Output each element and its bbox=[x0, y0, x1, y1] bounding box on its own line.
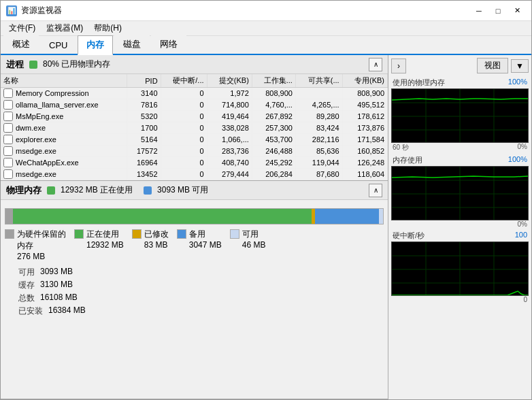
col-working-set[interactable]: 工作集... bbox=[252, 74, 295, 88]
cell-pid: 3140 bbox=[127, 88, 161, 99]
legend-text-reserved: 为硬件保留的 内存 276 MB bbox=[17, 229, 66, 261]
legend-color-reserved bbox=[5, 229, 14, 239]
cell-working-set: 453,700 bbox=[252, 134, 295, 146]
table-row: Memory Compression 3140 0 1,972 808,900 … bbox=[1, 88, 388, 99]
cell-pid: 5320 bbox=[127, 111, 161, 122]
view-button[interactable]: 视图 bbox=[477, 58, 508, 73]
legend-free: 可用 46 MB bbox=[230, 229, 266, 261]
menu-bar: 文件(F) 监视器(M) 帮助(H) bbox=[1, 21, 531, 36]
minimize-button[interactable]: ─ bbox=[470, 4, 488, 18]
cell-commit: 714,800 bbox=[207, 99, 252, 111]
cell-name: msedge.exe bbox=[1, 146, 127, 157]
close-button[interactable]: ✕ bbox=[508, 4, 526, 18]
menu-file[interactable]: 文件(F) bbox=[3, 21, 41, 35]
bar-reserved bbox=[5, 209, 13, 224]
cell-hard-faults: 0 bbox=[161, 88, 207, 99]
col-private[interactable]: 专用(KB) bbox=[342, 74, 387, 88]
table-row: dwm.exe 1700 0 338,028 257,300 83,424 17… bbox=[1, 122, 388, 134]
chart1-time: 60 秒 bbox=[393, 143, 409, 152]
row-checkbox[interactable] bbox=[3, 146, 13, 156]
cell-private: 495,512 bbox=[342, 99, 387, 111]
row-checkbox[interactable] bbox=[3, 112, 13, 121]
cell-working-set: 257,300 bbox=[252, 122, 295, 134]
chart3-title: 硬中断/秒 bbox=[393, 231, 425, 241]
chart3-min: 0 bbox=[523, 296, 527, 303]
cell-name: dwm.exe bbox=[1, 122, 127, 134]
memory-available-text: 3093 MB 可用 bbox=[157, 184, 208, 196]
cell-hard-faults: 0 bbox=[161, 122, 207, 134]
tab-cpu[interactable]: CPU bbox=[40, 37, 76, 54]
processes-status-dot bbox=[29, 61, 37, 69]
col-pid[interactable]: PID bbox=[127, 74, 161, 88]
tab-bar: 概述 CPU 内存 磁盘 网络 bbox=[1, 36, 531, 55]
view-dropdown-button[interactable]: ▼ bbox=[511, 59, 529, 73]
detail-total-label: 总数 bbox=[18, 293, 35, 304]
chart2-min: 0% bbox=[518, 220, 527, 228]
memory-collapse-btn[interactable]: ∧ bbox=[369, 184, 382, 197]
chart3-max: 100 bbox=[515, 231, 527, 241]
col-name[interactable]: 名称 bbox=[1, 74, 127, 88]
cell-name: ollama_llama_server.exe bbox=[1, 99, 127, 111]
cell-private: 808,900 bbox=[342, 88, 387, 99]
detail-total-value: 16108 MB bbox=[40, 293, 78, 304]
row-checkbox[interactable] bbox=[3, 169, 13, 179]
cell-private: 178,612 bbox=[342, 111, 387, 122]
memory-details: 可用 3093 MB 缓存 3130 MB 总数 16108 MB bbox=[5, 267, 384, 317]
processes-collapse-btn[interactable]: ∧ bbox=[369, 58, 382, 71]
cell-shareable: 85,636 bbox=[295, 146, 342, 157]
cell-commit: 338,028 bbox=[207, 122, 252, 134]
maximize-button[interactable]: □ bbox=[489, 4, 507, 18]
main-window: 📊 资源监视器 ─ □ ✕ 文件(F) 监视器(M) 帮助(H) 概述 CPU … bbox=[0, 0, 532, 400]
row-checkbox[interactable] bbox=[3, 158, 13, 167]
menu-monitor[interactable]: 监视器(M) bbox=[41, 21, 88, 35]
window-controls: ─ □ ✕ bbox=[470, 4, 526, 18]
legend-value-in-use: 12932 MB bbox=[86, 240, 124, 250]
row-checkbox[interactable] bbox=[3, 135, 13, 144]
right-panel-header: › 视图 ▼ bbox=[391, 58, 529, 73]
row-checkbox[interactable] bbox=[3, 100, 13, 110]
detail-cached: 缓存 3130 MB bbox=[18, 280, 86, 291]
cell-shareable: 89,280 bbox=[295, 111, 342, 122]
legend-text-modified: 已修改 83 MB bbox=[144, 229, 169, 250]
table-row: explorer.exe 5164 0 1,066,... 453,700 28… bbox=[1, 134, 388, 146]
tab-disk[interactable]: 磁盘 bbox=[114, 35, 150, 54]
table-row: ollama_llama_server.exe 7816 0 714,800 4… bbox=[1, 99, 388, 111]
legend-value-free: 46 MB bbox=[242, 240, 266, 250]
row-checkbox[interactable] bbox=[3, 123, 13, 133]
memory-content: 为硬件保留的 内存 276 MB 正在使用 12932 MB bbox=[1, 200, 388, 399]
chart2-max: 100% bbox=[508, 155, 527, 165]
cell-name: msedge.exe bbox=[1, 169, 127, 180]
cell-name: MsMpEng.exe bbox=[1, 111, 127, 122]
col-shareable[interactable]: 可共享(... bbox=[295, 74, 342, 88]
cell-shareable bbox=[295, 88, 342, 99]
cell-working-set: 808,900 bbox=[252, 88, 295, 99]
app-icon: 📊 bbox=[6, 5, 17, 16]
row-checkbox[interactable] bbox=[3, 88, 13, 98]
tab-overview[interactable]: 概述 bbox=[3, 35, 39, 54]
cell-shareable: 119,044 bbox=[295, 157, 342, 169]
memory-section: 物理内存 12932 MB 正在使用 3093 MB 可用 ∧ bbox=[1, 181, 388, 399]
expand-button[interactable]: › bbox=[391, 59, 406, 73]
legend-label-reserved2: 内存 bbox=[17, 240, 66, 252]
chart2-title: 内存使用 bbox=[393, 155, 422, 165]
tab-network[interactable]: 网络 bbox=[151, 35, 186, 54]
chart1-label-row: 使用的物理内存 100% bbox=[391, 78, 529, 88]
tab-memory[interactable]: 内存 bbox=[78, 35, 113, 55]
process-table-container[interactable]: 名称 PID 硬中断/... 提交(KB) 工作集... 可共享(... 专用(… bbox=[1, 74, 388, 180]
legend-label-modified: 已修改 bbox=[144, 229, 169, 240]
cell-hard-faults: 0 bbox=[161, 169, 207, 180]
bar-in-use bbox=[13, 209, 311, 224]
detail-installed: 已安装 16384 MB bbox=[18, 305, 86, 317]
cell-working-set: 206,284 bbox=[252, 169, 295, 180]
memory-available-dot bbox=[144, 186, 152, 195]
legend-in-use: 正在使用 12932 MB bbox=[74, 229, 124, 261]
col-commit[interactable]: 提交(KB) bbox=[207, 74, 252, 88]
cell-pid: 5164 bbox=[127, 134, 161, 146]
legend-value-standby: 3047 MB bbox=[189, 240, 222, 250]
cell-pid: 17572 bbox=[127, 146, 161, 157]
chart1-footer: 60 秒 0% bbox=[391, 143, 529, 152]
cell-hard-faults: 0 bbox=[161, 146, 207, 157]
menu-help[interactable]: 帮助(H) bbox=[88, 21, 127, 35]
col-hard-faults[interactable]: 硬中断/... bbox=[161, 74, 207, 88]
legend-color-modified bbox=[132, 229, 142, 239]
